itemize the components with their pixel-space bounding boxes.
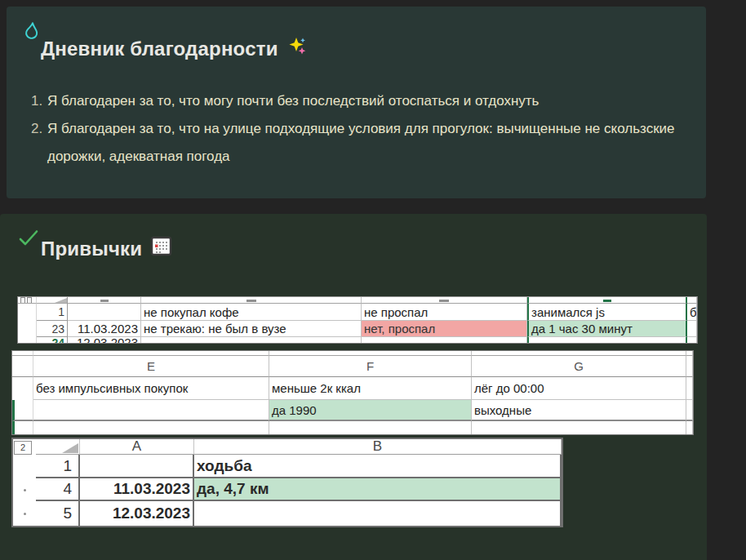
row-header-clipped [12,400,33,421]
column-letter-a: A [80,439,194,455]
cell-date: 12.03.2023 [80,501,194,526]
outline-gutter [18,321,37,337]
check-icon-glyph [17,227,40,250]
list-item-text[interactable]: Я благодарен за то, что могу почти без п… [47,87,686,115]
outline-buttons-clipped [18,297,37,304]
cell-date: 12.03.2023 [68,337,141,344]
outline-row-dot [24,513,26,515]
outline-level-2-label: 2 [14,441,32,455]
row-number: 5 [36,501,80,526]
cell-habit-purchases: без импульсивных покупок [33,377,269,400]
cell-habit-js-good: да 1 час 30 минут [527,321,687,337]
cell-habit-bedtime: лёг до 00:00 [472,377,686,400]
list-item-text[interactable]: Я благодарен за то, что на улице подходя… [47,115,686,171]
habit-sheet-screenshot-3[interactable]: 2 A B 1 ходьба 4 11.03.2023 да, 4,7 км 5… [11,438,563,527]
select-all-corner[interactable] [36,439,80,455]
cell-habit-coffee: не трекаю: не был в вузе [141,321,362,337]
cell-empty [686,421,693,434]
cell-clipped [687,321,697,337]
habits-card: Привычки [0,214,707,560]
cell-date [68,304,141,321]
cell-date: 11.03.2023 [80,478,194,501]
sheet3-grid: 2 A B 1 ходьба 4 11.03.2023 да, 4,7 км 5… [13,439,562,526]
outline-gutter [13,478,36,501]
list-item: 2. Я благодарен за то, что на улице подх… [31,115,686,171]
flame-icon-glyph [20,20,43,43]
gratitude-card: Дневник благодарности 1. Я благодарен за… [7,7,706,198]
outline-level-button[interactable]: 2 [13,439,36,455]
gratitude-list: 1. Я благодарен за то, что могу почти бе… [31,87,686,171]
habits-title: Привычки [41,235,172,262]
list-item: 1. Я благодарен за то, что могу почти бе… [31,87,686,115]
habit-sheet-screenshot-1[interactable]: 1 не покупал кофе не проспал занимался j… [17,296,698,344]
cell-empty [472,421,686,434]
row-number: 1 [36,455,80,478]
row-number: 1 [37,304,68,321]
cell-clipped: б [687,304,697,321]
row-header-clipped [12,356,33,377]
column-letter-f: F [269,356,472,377]
cell-clipped [686,400,693,421]
gratitude-title-text: Дневник благодарности [41,38,278,60]
cell-kcal-good: да 1990 [269,400,472,421]
cell-habit-sleep: не проспал [362,304,527,321]
outline-gutter [18,304,37,321]
outline-gutter [13,501,36,526]
sheet2-grid: E F G без импульсивных покупок меньше 2к… [12,351,693,434]
cell-empty [141,337,362,344]
outline-row-dot [24,489,26,491]
cell-empty [362,337,527,344]
sheet1-grid: 1 не покупал кофе не проспал занимался j… [18,297,697,343]
flame-icon[interactable] [20,20,43,43]
calendar-emoji [150,235,172,262]
habit-sheet-screenshot-2[interactable]: E F G без импульсивных покупок меньше 2к… [11,350,694,435]
cell-habit-sleep-bad: нет, проспал [362,321,527,337]
column-letter-e: E [33,356,269,377]
gratitude-title: Дневник благодарности [41,36,308,62]
cell-empty [269,421,472,434]
row-number: 23 [37,321,68,337]
column-letter-clipped [686,356,693,377]
cell-empty [687,337,697,344]
cell-date: 11.03.2023 [68,321,141,337]
cell-empty [33,400,269,421]
clipped-header-cell [141,297,362,304]
cell-bedtime-value: выходные [472,400,686,421]
outline-gutter [18,337,37,344]
list-item-number: 2. [31,115,47,171]
row-header-clipped [12,377,33,400]
cell-walking-good: да, 4,7 км [194,478,562,501]
cell-empty [80,455,194,478]
check-icon[interactable] [17,227,40,250]
row-number: 4 [36,478,80,501]
cell-clipped [686,377,693,400]
clipped-header-cell [687,297,697,304]
cell-empty [194,501,562,526]
cell-habit-coffee: не покупал кофе [141,304,362,321]
sparkles-emoji [286,36,308,62]
row-header-clipped [12,421,33,434]
list-item-number: 1. [31,87,47,115]
row-number-selected: 24 [37,337,68,344]
habits-title-text: Привычки [41,238,142,260]
cell-habit-walking: ходьба [194,455,562,478]
cell-habit-js: занимался js [527,304,687,321]
clipped-header-cell [68,297,141,304]
cell-habit-kcal: меньше 2к ккал [269,377,472,400]
cell-empty [33,421,269,434]
clipped-column-letter-selected [527,297,687,304]
outline-gutter [13,455,36,478]
cell-empty [527,337,687,344]
clipped-header-cell [362,297,527,304]
column-letter-g: G [472,356,686,377]
select-all-corner-clipped [37,297,68,304]
column-letter-b: B [194,439,562,455]
